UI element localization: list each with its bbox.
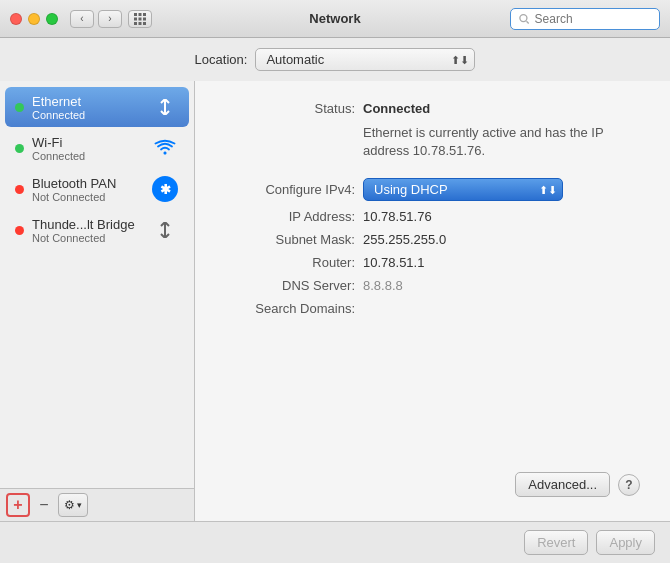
svg-line-10 [526, 21, 528, 23]
gear-chevron-icon: ▾ [77, 500, 82, 510]
svg-point-12 [164, 152, 167, 155]
body-area: Ethernet Connected Wi- [0, 81, 670, 521]
ethernet-status-dot [15, 103, 24, 112]
sidebar-item-bluetooth-pan[interactable]: Bluetooth PAN Not Connected ✱ [5, 169, 189, 209]
sidebar-item-thunderbolt-bridge[interactable]: Thunde...lt Bridge Not Connected [5, 210, 189, 250]
search-domains-label: Search Domains: [225, 301, 355, 316]
svg-rect-6 [134, 22, 137, 25]
router-label: Router: [225, 255, 355, 270]
ethernet-arrows-icon [154, 99, 176, 115]
search-icon [519, 13, 530, 25]
revert-button[interactable]: Revert [524, 530, 588, 555]
bluetooth-symbol-icon: ✱ [152, 176, 178, 202]
wifi-symbol-icon [154, 139, 176, 157]
svg-rect-3 [134, 17, 137, 20]
sidebar-toolbar: + − ⚙ ▾ [0, 488, 194, 521]
close-button[interactable] [10, 13, 22, 25]
ip-address-label: IP Address: [225, 209, 355, 224]
bluetooth-pan-status: Not Connected [32, 191, 143, 203]
search-domains-row: Search Domains: [225, 301, 640, 316]
status-description: Ethernet is currently active and has the… [363, 124, 640, 160]
location-select-wrap[interactable]: Automatic Home Work ⬆⬇ [255, 48, 475, 71]
gear-icon: ⚙ [64, 498, 75, 512]
main-content: Location: Automatic Home Work ⬆⬇ Etherne… [0, 38, 670, 563]
ipv4-select-wrap[interactable]: Using DHCP Manually Off ⬆⬇ [363, 178, 563, 201]
sidebar-list: Ethernet Connected Wi- [0, 81, 194, 488]
ethernet-status: Connected [32, 109, 143, 121]
status-row: Status: Connected [225, 101, 640, 116]
thunderbolt-bridge-status: Not Connected [32, 232, 143, 244]
thunderbolt-status-dot [15, 226, 24, 235]
configure-ipv4-row: Configure IPv4: Using DHCP Manually Off … [225, 178, 640, 201]
router-value: 10.78.51.1 [363, 255, 424, 270]
location-bar: Location: Automatic Home Work ⬆⬇ [0, 38, 670, 81]
configure-ipv4-label: Configure IPv4: [225, 182, 355, 197]
svg-rect-8 [143, 22, 146, 25]
help-button[interactable]: ? [618, 474, 640, 496]
maximize-button[interactable] [46, 13, 58, 25]
sidebar-item-ethernet[interactable]: Ethernet Connected [5, 87, 189, 127]
apply-button[interactable]: Apply [596, 530, 655, 555]
svg-rect-1 [139, 13, 142, 16]
svg-point-9 [520, 14, 527, 21]
dns-server-label: DNS Server: [225, 278, 355, 293]
svg-rect-7 [139, 22, 142, 25]
traffic-lights [10, 13, 58, 25]
status-value: Connected [363, 101, 430, 116]
search-input[interactable] [535, 12, 651, 26]
remove-network-button[interactable]: − [32, 493, 56, 517]
bluetooth-pan-name: Bluetooth PAN [32, 176, 143, 191]
thunderbolt-arrows-icon [154, 222, 176, 238]
ipv4-select[interactable]: Using DHCP Manually Off [363, 178, 563, 201]
dns-server-row: DNS Server: 8.8.8.8 [225, 278, 640, 293]
window-title: Network [309, 11, 360, 26]
sidebar-item-wifi[interactable]: Wi-Fi Connected [5, 128, 189, 168]
svg-rect-0 [134, 13, 137, 16]
wifi-name: Wi-Fi [32, 135, 143, 150]
search-box[interactable] [510, 8, 660, 30]
bottom-bar: Revert Apply [0, 521, 670, 563]
title-bar: ‹ › Network [0, 0, 670, 38]
wifi-status-dot [15, 144, 24, 153]
location-label: Location: [195, 52, 248, 67]
forward-button[interactable]: › [98, 10, 122, 28]
nav-buttons: ‹ › [70, 10, 122, 28]
thunderbolt-icon [151, 216, 179, 244]
subnet-mask-row: Subnet Mask: 255.255.255.0 [225, 232, 640, 247]
bluetooth-icon: ✱ [151, 175, 179, 203]
back-button[interactable]: ‹ [70, 10, 94, 28]
advanced-button[interactable]: Advanced... [515, 472, 610, 497]
ethernet-name: Ethernet [32, 94, 143, 109]
thunderbolt-bridge-name: Thunde...lt Bridge [32, 217, 143, 232]
description-row: Ethernet is currently active and has the… [225, 124, 640, 160]
detail-panel: Status: Connected Ethernet is currently … [195, 81, 670, 521]
svg-rect-4 [139, 17, 142, 20]
subnet-mask-value: 255.255.255.0 [363, 232, 446, 247]
gear-menu-button[interactable]: ⚙ ▾ [58, 493, 88, 517]
grid-button[interactable] [128, 10, 152, 28]
svg-rect-2 [143, 13, 146, 16]
svg-rect-5 [143, 17, 146, 20]
minimize-button[interactable] [28, 13, 40, 25]
sidebar: Ethernet Connected Wi- [0, 81, 195, 521]
ethernet-icon [151, 93, 179, 121]
ip-address-value: 10.78.51.76 [363, 209, 432, 224]
location-select[interactable]: Automatic Home Work [255, 48, 475, 71]
bluetooth-status-dot [15, 185, 24, 194]
wifi-icon [151, 134, 179, 162]
wifi-status: Connected [32, 150, 143, 162]
ip-address-row: IP Address: 10.78.51.76 [225, 209, 640, 224]
status-label: Status: [225, 101, 355, 116]
subnet-mask-label: Subnet Mask: [225, 232, 355, 247]
dns-server-value: 8.8.8.8 [363, 278, 403, 293]
add-network-button[interactable]: + [6, 493, 30, 517]
router-row: Router: 10.78.51.1 [225, 255, 640, 270]
